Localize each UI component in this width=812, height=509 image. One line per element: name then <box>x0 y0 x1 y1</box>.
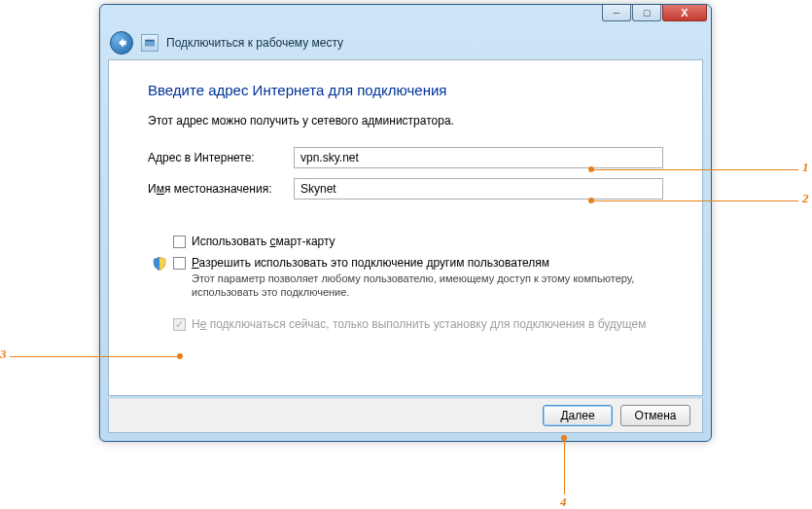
annotation-label-1: 1 <box>802 160 809 175</box>
minimize-button[interactable]: ─ <box>602 4 631 21</box>
page-subtext: Этот адрес можно получить у сетевого адм… <box>148 114 663 127</box>
address-input[interactable] <box>294 147 663 168</box>
header-bar: Подключиться к рабочему месту <box>100 28 711 57</box>
address-label: Адрес в Интернете: <box>148 151 294 164</box>
annotation-label-4: 4 <box>560 494 567 509</box>
no-connect-option: Не подключаться сейчас, только выполнить… <box>148 317 663 331</box>
shield-icon <box>152 256 167 272</box>
destination-input[interactable] <box>294 178 663 200</box>
options-group: Использовать смарт-карту Разрешить испол… <box>148 235 663 331</box>
no-connect-label: Не подключаться сейчас, только выполнить… <box>192 317 663 331</box>
close-button[interactable]: X <box>662 4 707 21</box>
svg-rect-1 <box>146 40 155 42</box>
destination-row: Имя местоназначения: <box>148 178 663 200</box>
address-row: Адрес в Интернете: <box>148 147 663 168</box>
smartcard-option[interactable]: Использовать смарт-карту <box>148 235 663 248</box>
arrow-left-icon <box>115 36 128 50</box>
annotation-line-2 <box>594 200 798 201</box>
annotation-line-1 <box>594 169 798 170</box>
allow-others-help: Этот параметр позволяет любому пользоват… <box>192 272 663 300</box>
annotation-label-2: 2 <box>802 191 809 206</box>
annotation-line-4 <box>564 441 565 494</box>
cancel-button[interactable]: Отмена <box>620 405 690 426</box>
destination-label: Имя местоназначения: <box>148 182 294 196</box>
content-panel: Введите адрес Интернета для подключения … <box>108 59 703 396</box>
allow-others-option[interactable]: Разрешить использовать это подключение д… <box>148 256 663 300</box>
smartcard-label: Использовать смарт-карту <box>192 235 663 248</box>
no-connect-checkbox <box>173 318 186 331</box>
annotation-dot-3 <box>177 353 183 359</box>
next-button[interactable]: Далее <box>543 405 613 426</box>
allow-others-label: Разрешить использовать это подключение д… <box>192 256 663 270</box>
back-button[interactable] <box>110 31 133 55</box>
maximize-button[interactable]: ▢ <box>632 4 661 21</box>
wizard-icon <box>141 34 159 52</box>
wizard-window: ─ ▢ X Подключиться к рабочему месту Введ… <box>99 4 712 442</box>
header-title: Подключиться к рабочему месту <box>166 36 343 50</box>
allow-others-checkbox[interactable] <box>173 257 186 270</box>
annotation-line-3 <box>10 356 177 357</box>
annotation-label-3: 3 <box>0 346 7 362</box>
page-title: Введите адрес Интернета для подключения <box>148 82 663 98</box>
smartcard-checkbox[interactable] <box>173 236 186 248</box>
titlebar: ─ ▢ X <box>100 5 711 28</box>
window-controls: ─ ▢ X <box>602 4 707 21</box>
footer-bar: Далее Отмена <box>108 398 703 433</box>
